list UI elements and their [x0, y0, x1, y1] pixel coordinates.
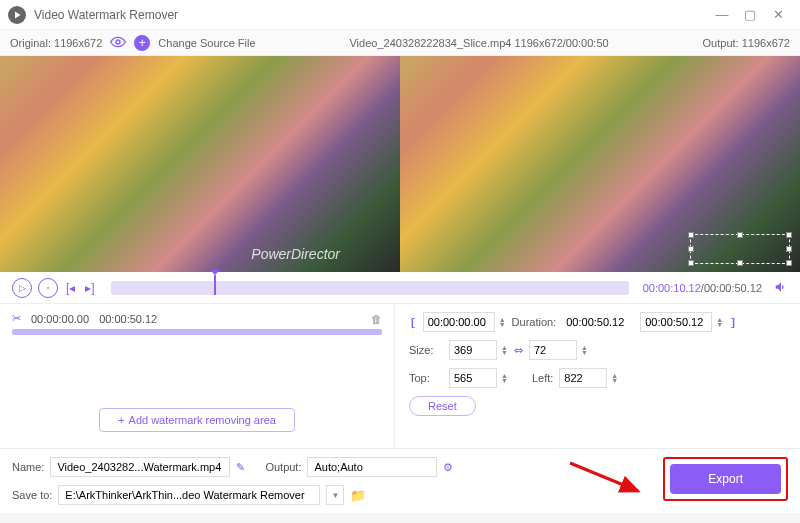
link-icon[interactable]: ⇔	[514, 344, 523, 357]
segment-track[interactable]	[12, 329, 382, 335]
mid-panels: ✂ 00:00:00.00 00:00:50.12 🗑 +Add waterma…	[0, 304, 800, 448]
save-path-input[interactable]	[58, 485, 320, 505]
output-format-input[interactable]	[307, 457, 437, 477]
export-highlight: Export	[663, 457, 788, 501]
playback-time: 00:00:10.12/00:00:50.12	[643, 282, 762, 294]
range-end-bracket-icon[interactable]: ]	[729, 316, 737, 328]
plus-icon: +	[118, 414, 124, 426]
gear-icon[interactable]: ⚙	[443, 461, 453, 474]
size-height-input[interactable]	[529, 340, 577, 360]
file-info-label: Video_240328222834_Slice.mp4 1196x672/00…	[264, 37, 695, 49]
output-size-label: Output: 1196x672	[703, 37, 790, 49]
resize-handle-icon[interactable]	[786, 232, 792, 238]
export-button[interactable]: Export	[670, 464, 781, 494]
timeline-slider[interactable]	[111, 281, 629, 295]
play-button[interactable]: ▷	[12, 278, 32, 298]
scissors-icon[interactable]: ✂	[12, 312, 21, 325]
pencil-icon[interactable]: ✎	[236, 461, 245, 474]
save-to-label: Save to:	[12, 489, 52, 501]
add-area-label: Add watermark removing area	[129, 414, 276, 426]
stop-button[interactable]: ▫	[38, 278, 58, 298]
top-label: Top:	[409, 372, 443, 384]
segment-row: ✂ 00:00:00.00 00:00:50.12 🗑	[12, 312, 382, 325]
titlebar: Video Watermark Remover — ▢ ✕	[0, 0, 800, 30]
selection-box[interactable]	[690, 234, 790, 264]
frame-back-icon[interactable]: [◂	[64, 281, 77, 295]
name-label: Name:	[12, 461, 44, 473]
preview-output[interactable]	[400, 56, 800, 272]
app-logo-icon	[8, 6, 26, 24]
resize-handle-icon[interactable]	[688, 246, 694, 252]
range-start-input[interactable]	[423, 312, 495, 332]
maximize-button[interactable]: ▢	[736, 4, 764, 26]
range-duration-input[interactable]	[562, 312, 634, 332]
preview-eye-icon[interactable]	[110, 36, 126, 50]
left-label: Left:	[532, 372, 553, 384]
spinner-icon[interactable]: ▲▼	[501, 373, 508, 383]
properties-panel: [ ▲▼ Duration: ▲▼ ] Size: ▲▼ ⇔ ▲▼ Top: ▲…	[395, 304, 800, 448]
path-dropdown-icon[interactable]: ▼	[326, 485, 344, 505]
resize-handle-icon[interactable]	[786, 246, 792, 252]
bottom-bar: Name: ✎ Output: ⚙ Save to: ▼ 📁 Export	[0, 448, 800, 513]
resize-handle-icon[interactable]	[737, 260, 743, 266]
size-width-input[interactable]	[449, 340, 497, 360]
add-area-button[interactable]: +Add watermark removing area	[99, 408, 295, 432]
info-topbar: Original: 1196x672 + Change Source File …	[0, 30, 800, 56]
change-source-label[interactable]: Change Source File	[158, 37, 255, 49]
range-end-input[interactable]	[640, 312, 712, 332]
minimize-button[interactable]: —	[708, 4, 736, 26]
size-label: Size:	[409, 344, 443, 356]
position-row: Top: ▲▼ Left: ▲▼	[409, 368, 786, 388]
spinner-icon[interactable]: ▲▼	[716, 317, 723, 327]
reset-button[interactable]: Reset	[409, 396, 476, 416]
time-range-row: [ ▲▼ Duration: ▲▼ ]	[409, 312, 786, 332]
spinner-icon[interactable]: ▲▼	[501, 345, 508, 355]
preview-original[interactable]	[0, 56, 400, 272]
spinner-icon[interactable]: ▲▼	[611, 373, 618, 383]
pos-left-input[interactable]	[559, 368, 607, 388]
resize-handle-icon[interactable]	[688, 260, 694, 266]
volume-icon[interactable]	[774, 280, 788, 296]
duration-label: Duration:	[512, 316, 557, 328]
output-format-label: Output:	[265, 461, 301, 473]
resize-handle-icon[interactable]	[688, 232, 694, 238]
preview-row	[0, 56, 800, 272]
segment-start: 00:00:00.00	[31, 313, 89, 325]
svg-point-0	[116, 40, 120, 44]
segment-end: 00:00:50.12	[99, 313, 157, 325]
original-size-label: Original: 1196x672	[10, 37, 102, 49]
close-button[interactable]: ✕	[764, 4, 792, 26]
timeline-marker-icon[interactable]	[214, 275, 216, 295]
playback-controls: ▷ ▫ [◂ ▸] 00:00:10.12/00:00:50.12	[0, 272, 800, 304]
segments-panel: ✂ 00:00:00.00 00:00:50.12 🗑 +Add waterma…	[0, 304, 395, 448]
range-start-bracket-icon[interactable]: [	[409, 316, 417, 328]
name-input[interactable]	[50, 457, 230, 477]
spinner-icon[interactable]: ▲▼	[499, 317, 506, 327]
app-title: Video Watermark Remover	[34, 8, 708, 22]
spinner-icon[interactable]: ▲▼	[581, 345, 588, 355]
resize-handle-icon[interactable]	[786, 260, 792, 266]
add-source-button[interactable]: +	[134, 35, 150, 51]
pos-top-input[interactable]	[449, 368, 497, 388]
frame-fwd-icon[interactable]: ▸]	[83, 281, 96, 295]
trash-icon[interactable]: 🗑	[371, 313, 382, 325]
open-folder-icon[interactable]: 📁	[350, 488, 366, 503]
size-row: Size: ▲▼ ⇔ ▲▼	[409, 340, 786, 360]
reset-row: Reset	[409, 396, 786, 416]
resize-handle-icon[interactable]	[737, 232, 743, 238]
